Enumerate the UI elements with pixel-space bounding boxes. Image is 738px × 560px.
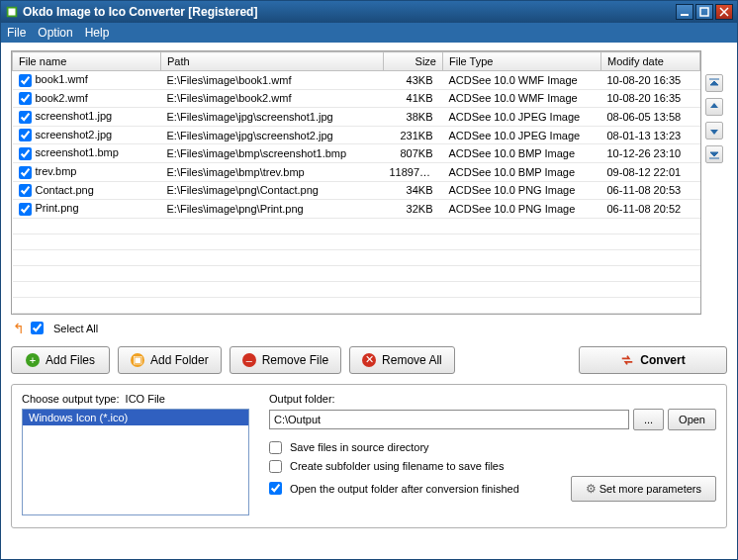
move-down-button[interactable] <box>705 122 723 140</box>
file-size: 231KB <box>384 126 443 144</box>
menubar: File Option Help <box>1 23 737 43</box>
move-up-button[interactable] <box>705 98 723 116</box>
file-path: E:\Files\image\png\Contact.png <box>161 181 384 200</box>
col-header-size[interactable]: Size <box>384 52 443 71</box>
table-row[interactable]: screenshot2.jpgE:\Files\image\jpg\screen… <box>13 126 700 144</box>
content-area: File name Path Size File Type Modify dat… <box>1 43 737 559</box>
convert-icon <box>620 353 634 367</box>
file-path: E:\Files\image\png\Print.png <box>161 200 384 219</box>
minimize-button[interactable] <box>676 4 693 20</box>
menu-file[interactable]: File <box>7 26 26 40</box>
add-folder-button[interactable]: ▣Add Folder <box>118 346 222 374</box>
file-type: ACDSee 10.0 JPEG Image <box>443 126 601 144</box>
open-after-checkbox[interactable] <box>269 482 282 495</box>
file-date: 10-12-26 23:10 <box>601 144 700 163</box>
file-date: 09-08-12 22:01 <box>601 162 700 181</box>
close-button[interactable] <box>715 4 733 20</box>
file-size: 32KB <box>384 200 443 219</box>
move-top-button[interactable] <box>705 74 723 92</box>
output-type-value: ICO File <box>126 393 165 405</box>
file-type: ACDSee 10.0 JPEG Image <box>443 108 601 127</box>
plus-icon: + <box>26 353 40 367</box>
col-header-path[interactable]: Path <box>161 52 384 71</box>
add-files-button[interactable]: +Add Files <box>11 346 110 374</box>
action-buttons: +Add Files ▣Add Folder –Remove File ✕Rem… <box>11 342 727 384</box>
row-checkbox[interactable] <box>19 184 32 197</box>
remove-file-button[interactable]: –Remove File <box>230 346 341 374</box>
output-type-item[interactable]: Windows Icon (*.ico) <box>23 410 248 425</box>
empty-row <box>13 281 700 297</box>
table-row[interactable]: Contact.pngE:\Files\image\png\Contact.pn… <box>13 181 700 200</box>
selectall-row: ↰ Select All <box>11 315 727 342</box>
folder-icon: ▣ <box>131 353 144 367</box>
row-checkbox[interactable] <box>19 74 32 87</box>
file-name: screenshot1.bmp <box>36 146 119 158</box>
subfolder-checkbox[interactable] <box>269 460 282 473</box>
file-type: ACDSee 10.0 WMF Image <box>443 71 601 90</box>
convert-button[interactable]: Convert <box>579 346 727 374</box>
svg-rect-1 <box>9 9 16 16</box>
col-header-name[interactable]: File name <box>13 52 161 71</box>
table-row[interactable]: screenshot1.bmpE:\Files\image\bmp\screen… <box>13 144 700 163</box>
file-date: 06-11-08 20:53 <box>601 181 700 200</box>
file-type: ACDSee 10.0 PNG Image <box>443 181 601 200</box>
file-path: E:\Files\image\jpg\screenshot2.jpg <box>161 126 384 144</box>
menu-help[interactable]: Help <box>85 26 110 40</box>
titlebar: Okdo Image to Ico Converter [Registered] <box>1 1 737 23</box>
empty-row <box>13 218 700 233</box>
output-type-list[interactable]: Windows Icon (*.ico) <box>22 409 249 515</box>
col-header-date[interactable]: Modify date <box>601 52 700 71</box>
file-path: E:\Files\image\book2.wmf <box>161 89 384 108</box>
file-size: 807KB <box>384 144 443 163</box>
table-row[interactable]: book2.wmfE:\Files\image\book2.wmf41KBACD… <box>13 89 700 108</box>
file-type: ACDSee 10.0 BMP Image <box>443 162 601 181</box>
file-name: book1.wmf <box>36 73 88 85</box>
output-type-section: Choose output type: ICO File Windows Ico… <box>22 393 249 515</box>
svg-rect-2 <box>681 14 689 16</box>
col-header-type[interactable]: File Type <box>443 52 601 71</box>
table-row[interactable]: screenshot1.jpgE:\Files\image\jpg\screen… <box>13 108 700 127</box>
file-path: E:\Files\image\book1.wmf <box>161 71 384 90</box>
file-name: screenshot1.jpg <box>36 110 113 122</box>
file-type: ACDSee 10.0 PNG Image <box>443 200 601 219</box>
table-row[interactable]: trev.bmpE:\Files\image\bmp\trev.bmp11897… <box>13 162 700 181</box>
row-checkbox[interactable] <box>19 166 32 179</box>
save-source-checkbox[interactable] <box>269 441 282 454</box>
minus-icon: – <box>242 353 256 367</box>
table-row[interactable]: Print.pngE:\Files\image\png\Print.png32K… <box>13 200 700 219</box>
file-path: E:\Files\image\bmp\trev.bmp <box>161 162 384 181</box>
row-checkbox[interactable] <box>19 92 32 105</box>
open-folder-button[interactable]: Open <box>668 409 716 430</box>
window-title: Okdo Image to Ico Converter [Registered] <box>23 5 257 19</box>
maximize-button[interactable] <box>695 4 713 20</box>
row-checkbox[interactable] <box>19 147 32 160</box>
table-row[interactable]: book1.wmfE:\Files\image\book1.wmf43KBACD… <box>13 71 700 90</box>
remove-all-button[interactable]: ✕Remove All <box>349 346 455 374</box>
menu-option[interactable]: Option <box>38 26 72 40</box>
output-folder-input[interactable] <box>269 410 629 429</box>
file-date: 08-01-13 13:23 <box>601 126 700 144</box>
svg-rect-3 <box>700 8 708 16</box>
reorder-arrows <box>705 50 727 315</box>
main-window: Okdo Image to Ico Converter [Registered]… <box>0 0 738 560</box>
row-checkbox[interactable] <box>19 129 32 141</box>
gear-icon: ⚙ <box>586 482 597 496</box>
more-params-button[interactable]: ⚙ Set more parameters <box>571 476 716 502</box>
save-source-label: Save files in source directory <box>290 441 429 453</box>
select-all-checkbox[interactable] <box>31 322 44 334</box>
file-size: 41KB <box>384 89 443 108</box>
row-checkbox[interactable] <box>19 203 32 216</box>
output-panel: Choose output type: ICO File Windows Ico… <box>11 384 727 528</box>
file-path: E:\Files\image\jpg\screenshot1.jpg <box>161 108 384 127</box>
browse-button[interactable]: ... <box>633 409 664 430</box>
file-type: ACDSee 10.0 WMF Image <box>443 89 601 108</box>
output-folder-section: Output folder: ... Open Save files in so… <box>269 393 716 515</box>
file-name: book2.wmf <box>36 92 88 104</box>
file-date: 10-08-20 16:35 <box>601 89 700 108</box>
file-path: E:\Files\image\bmp\screenshot1.bmp <box>161 144 384 163</box>
move-bottom-button[interactable] <box>705 145 723 163</box>
file-size: 34KB <box>384 181 443 200</box>
file-date: 06-11-08 20:52 <box>601 200 700 219</box>
row-checkbox[interactable] <box>19 111 32 124</box>
file-date: 10-08-20 16:35 <box>601 71 700 90</box>
